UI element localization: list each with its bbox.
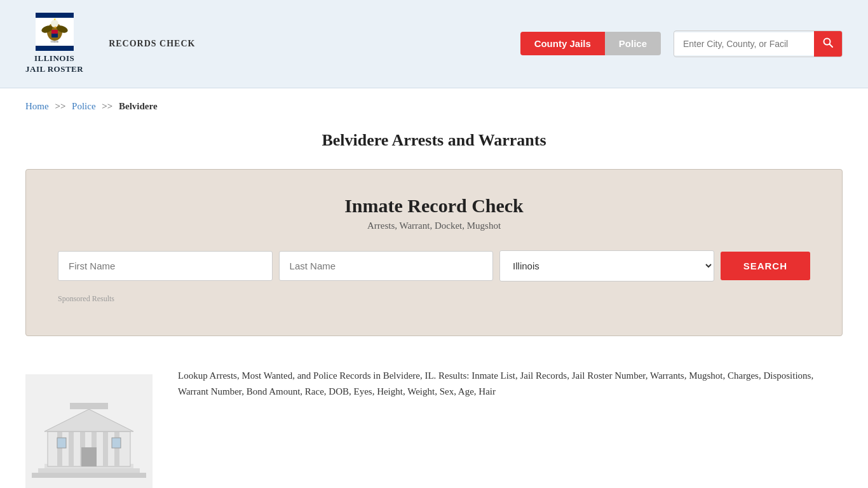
breadcrumb-home[interactable]: Home <box>25 101 49 111</box>
svg-rect-15 <box>32 473 146 478</box>
svg-rect-1 <box>36 13 74 18</box>
svg-rect-28 <box>57 438 66 448</box>
svg-rect-23 <box>103 431 108 466</box>
search-button[interactable]: SEARCH <box>721 252 810 280</box>
last-name-input[interactable] <box>279 251 494 281</box>
svg-rect-20 <box>69 431 74 466</box>
courthouse-illustration <box>25 374 153 488</box>
courthouse-svg <box>25 374 153 488</box>
logo-text: ILLINOIS JAIL ROSTER <box>25 53 83 75</box>
svg-rect-26 <box>70 403 108 409</box>
site-logo[interactable]: ★ THERE ILLINOIS JAIL ROSTER <box>25 13 83 75</box>
description-text: Lookup Arrests, Most Wanted, and Police … <box>178 368 843 400</box>
county-jails-button[interactable]: County Jails <box>520 32 605 55</box>
svg-rect-16 <box>38 468 140 473</box>
header-search-button[interactable] <box>814 31 842 57</box>
breadcrumb-sep2: >> <box>102 101 112 111</box>
first-name-input[interactable] <box>58 251 273 281</box>
breadcrumb: Home >> Police >> Belvidere <box>0 88 868 125</box>
police-button[interactable]: Police <box>605 32 661 55</box>
search-icon <box>823 37 833 48</box>
inmate-search-form: AlabamaAlaskaArizonaArkansasCaliforniaCo… <box>58 250 810 281</box>
record-check-box: Inmate Record Check Arrests, Warrant, Do… <box>25 169 843 336</box>
svg-rect-27 <box>81 447 97 466</box>
breadcrumb-sep1: >> <box>55 101 65 111</box>
record-check-subtitle: Arrests, Warrant, Docket, Mugshot <box>58 220 810 231</box>
records-check-link[interactable]: RECORDS CHECK <box>109 39 195 49</box>
header-search-input[interactable] <box>674 32 814 55</box>
illinois-flag-icon: ★ THERE <box>36 13 74 51</box>
record-check-title: Inmate Record Check <box>58 195 810 217</box>
svg-rect-2 <box>36 46 74 51</box>
svg-text:THERE: THERE <box>50 40 58 43</box>
svg-rect-24 <box>114 431 119 466</box>
bottom-section: Lookup Arrests, Most Wanted, and Police … <box>0 355 868 488</box>
svg-rect-29 <box>112 438 121 448</box>
svg-rect-19 <box>57 431 62 466</box>
svg-line-13 <box>830 44 833 47</box>
main-nav: County Jails Police <box>520 30 843 57</box>
header-search-bar <box>674 30 843 57</box>
svg-rect-9 <box>51 30 58 34</box>
breadcrumb-police[interactable]: Police <box>72 101 96 111</box>
breadcrumb-current: Belvidere <box>119 101 158 111</box>
page-title: Belvidere Arrests and Warrants <box>25 131 843 150</box>
sponsored-label: Sponsored Results <box>58 294 810 304</box>
site-header: ★ THERE ILLINOIS JAIL ROSTER RECORDS CHE… <box>0 0 868 88</box>
state-select[interactable]: AlabamaAlaskaArizonaArkansasCaliforniaCo… <box>499 250 714 281</box>
